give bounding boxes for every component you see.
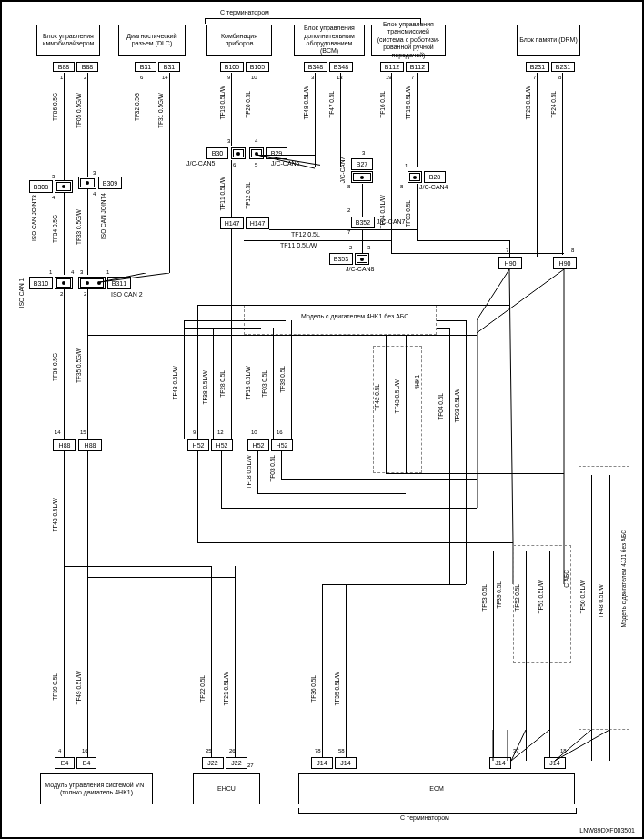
wire xyxy=(281,479,477,480)
conn-B31-1: B31 xyxy=(135,62,156,72)
wire xyxy=(87,451,88,661)
wire xyxy=(257,229,257,439)
conn-H88-1: H88 xyxy=(53,439,76,451)
node xyxy=(86,181,89,185)
wire xyxy=(437,328,449,329)
wire xyxy=(537,253,538,257)
pin: 6 xyxy=(233,162,236,167)
wire xyxy=(87,661,88,757)
wlabel: TF38 0.5L/W xyxy=(202,370,208,405)
bottom-bracket xyxy=(298,808,577,814)
conn-H90-1: H90 xyxy=(498,257,522,269)
svg-line-13 xyxy=(511,730,526,761)
svg-line-15 xyxy=(555,730,591,761)
label-iso-can1: ISO CAN 1 xyxy=(18,278,25,308)
pin: 2 xyxy=(349,245,352,250)
svg-bottom-slants xyxy=(489,730,617,763)
wlabel: TF52 0.5L xyxy=(514,584,520,612)
wire xyxy=(257,160,257,217)
wlabel: TF18 0.5L/W xyxy=(246,455,252,490)
wire xyxy=(257,73,257,146)
conn-B309: B309 xyxy=(98,177,122,189)
wire xyxy=(437,320,466,321)
wire xyxy=(64,289,65,439)
wire xyxy=(391,73,392,167)
wlabel: TF03 0.5L/W xyxy=(454,389,460,423)
pin: 1 xyxy=(405,163,408,168)
wire xyxy=(231,160,232,217)
label-4hk1: 4HK1 xyxy=(414,375,420,389)
module-drm: Блок памяти (DRM) xyxy=(517,25,580,56)
wire xyxy=(386,473,564,474)
wire xyxy=(322,584,323,757)
conn-B310: B310 xyxy=(29,277,53,289)
wire xyxy=(197,305,509,306)
wire xyxy=(273,328,274,439)
conn-H147-1: H147 xyxy=(220,217,244,229)
conn-H147-2: H147 xyxy=(246,217,269,229)
wire xyxy=(281,451,282,479)
wire xyxy=(87,73,88,180)
wire xyxy=(211,566,212,757)
conn-B231-2: B231 xyxy=(551,62,575,72)
wlabel: TF24 0.5L xyxy=(550,91,557,118)
diag-svg xyxy=(257,146,320,171)
wlabel: TF12 0.5L xyxy=(291,231,320,238)
conn-B27: B27 xyxy=(351,158,373,170)
wlabel: TF18 0.5L/W xyxy=(245,366,251,400)
module-ehcu: EHCU xyxy=(193,773,260,804)
wire xyxy=(197,542,513,543)
pin: 78 xyxy=(315,748,321,753)
wire-tf12h xyxy=(269,229,417,230)
footer-id: LNW89DXF003501 xyxy=(579,827,635,834)
wlabel: TF48 0.5L/W xyxy=(598,584,604,619)
svg-line-6 xyxy=(477,269,564,333)
conn-B88-2: B88 xyxy=(76,62,98,72)
wlabel: TF49 0.5L/W xyxy=(75,671,82,705)
pin: 4 xyxy=(255,138,257,144)
wlabel: TF16 0.5L xyxy=(379,91,386,118)
pin: 25 xyxy=(206,748,212,753)
pin: 16 xyxy=(82,748,88,753)
svg-line-14 xyxy=(511,730,549,761)
conn-B231-1: B231 xyxy=(526,62,549,72)
conn-H52-1: H52 xyxy=(187,439,209,451)
conn-B112-1: B112 xyxy=(380,62,404,72)
wlabel: TF33 0.5G/W xyxy=(75,209,82,245)
svg-line-5 xyxy=(509,269,513,542)
wire xyxy=(346,584,347,757)
wlabel: TF35 0.5G/W xyxy=(75,348,82,383)
wlabel: TF86 0.5G xyxy=(52,93,58,121)
wire xyxy=(362,184,363,217)
wlabel: TF53 0.5L xyxy=(481,584,488,612)
wire xyxy=(146,73,146,273)
wlabel: TF35 0.5L/W xyxy=(334,672,340,706)
svg-line-2 xyxy=(100,273,146,282)
svg-diag xyxy=(87,273,178,286)
pin: 14 xyxy=(162,75,168,80)
pin: 4 xyxy=(71,269,74,275)
label-iso-can-joint4: ISO CAN JOINT4 xyxy=(100,193,106,239)
label-4hk1-noabs: Модель с двигателем 4HK1 без АБС xyxy=(301,313,408,319)
wire xyxy=(449,328,450,584)
svg-line-3 xyxy=(100,273,169,282)
wlabel: TF32 0.5G xyxy=(134,93,140,121)
conn-B308: B308 xyxy=(29,180,53,193)
wlabel: TF39 0.5L xyxy=(496,581,502,609)
wire xyxy=(537,73,538,255)
conn-J22-2: J22 xyxy=(226,757,247,769)
module-immobilizer: Блок управления иммобилайзером xyxy=(36,25,100,56)
wire xyxy=(87,289,88,439)
wlabel: TF03 0.5L xyxy=(405,200,411,227)
pin: 9 xyxy=(193,430,196,435)
wlabel: TF48 0.5L/W xyxy=(303,86,309,120)
label-jc-can5: J/C-CAN5 xyxy=(186,160,216,167)
wire xyxy=(169,73,170,273)
pin: 12 xyxy=(217,430,224,435)
pin: 9 xyxy=(227,75,230,80)
wlabel: TF11 0.5L/W xyxy=(280,242,317,248)
conn-B105-2: B105 xyxy=(246,62,269,72)
wlabel: TF05 0.5G/W xyxy=(75,93,82,128)
conn-J14-2: J14 xyxy=(335,757,357,769)
wlabel: TF11 0.5L/W xyxy=(219,177,226,211)
